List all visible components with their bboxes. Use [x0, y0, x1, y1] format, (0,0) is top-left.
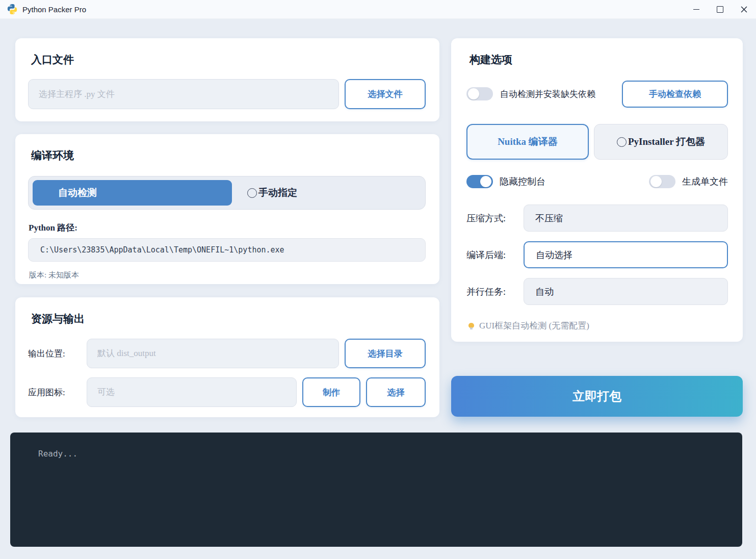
backend-select[interactable]: 自动选择: [524, 241, 728, 268]
auto-detect-label: 自动检测: [58, 186, 97, 199]
manual-specify-label: 手动指定: [258, 186, 297, 199]
output-card-title: 资源与输出: [31, 312, 426, 326]
choose-file-button[interactable]: 选择文件: [345, 79, 426, 109]
env-card-title: 编译环境: [31, 148, 426, 163]
lightbulb-icon: [468, 323, 474, 329]
compression-value: 不压缩: [535, 212, 563, 224]
backend-label: 编译后端:: [466, 249, 524, 261]
toggle-knob: [650, 176, 662, 187]
pyinstaller-option[interactable]: PyInstaller 打包器: [594, 124, 728, 160]
build-card-title: 构建选项: [470, 53, 728, 67]
maximize-button[interactable]: [708, 0, 732, 18]
nuitka-compiler-option[interactable]: Nuitka 编译器: [466, 124, 589, 160]
python-logo-icon: [7, 4, 18, 15]
entry-file-input[interactable]: [28, 79, 339, 109]
window-title: Python Packer Pro: [22, 5, 86, 14]
entry-file-card: 入口文件 选择文件: [15, 38, 439, 121]
toggle-knob: [468, 88, 479, 99]
output-location-label: 输出位置:: [28, 348, 87, 360]
minimize-button[interactable]: [684, 0, 708, 18]
output-location-input[interactable]: [87, 339, 339, 368]
single-file-toggle[interactable]: [649, 175, 675, 188]
gui-hint-text: GUI框架自动检测 (无需配置): [479, 320, 589, 332]
radio-unselected-icon: [617, 137, 627, 147]
hide-console-label: 隐藏控制台: [500, 175, 545, 188]
jobs-label: 并行任务:: [466, 286, 524, 298]
title-bar: Python Packer Pro: [0, 0, 756, 19]
maximize-icon: [717, 6, 723, 13]
auto-deps-label: 自动检测并安装缺失依赖: [500, 88, 615, 100]
compression-select[interactable]: 不压缩: [524, 205, 728, 232]
auto-detect-segment[interactable]: 自动检测: [33, 180, 232, 206]
backend-value: 自动选择: [536, 249, 572, 261]
single-file-label: 生成单文件: [682, 175, 728, 188]
make-icon-button[interactable]: 制作: [302, 377, 360, 407]
jobs-value: 自动: [535, 286, 554, 298]
app-icon-input[interactable]: [87, 377, 297, 407]
compile-env-card: 编译环境 自动检测 手动指定 Python 路径: C:\Users\23835…: [15, 134, 439, 284]
manual-specify-segment[interactable]: 手动指定: [233, 180, 421, 206]
python-detect-segmented-control: 自动检测 手动指定: [28, 176, 426, 210]
window-controls: [684, 0, 756, 18]
nuitka-label: Nuitka 编译器: [498, 135, 558, 148]
build-options-card: 构建选项 自动检测并安装缺失依赖 手动检查依赖 Nuitka 编译器 PyIns…: [451, 38, 743, 342]
console-text: Ready...: [38, 449, 77, 459]
compression-label: 压缩方式:: [466, 212, 524, 224]
close-icon: [741, 6, 747, 13]
app-window: Python Packer Pro 入口文件 选择文件 编译环境: [0, 0, 756, 559]
console-output[interactable]: Ready...: [10, 433, 742, 547]
minimize-icon: [693, 9, 699, 10]
manual-check-deps-button[interactable]: 手动检查依赖: [622, 81, 728, 108]
pyinstaller-label: PyInstaller 打包器: [628, 135, 705, 148]
python-version-text: 版本: 未知版本: [29, 270, 426, 280]
resources-output-card: 资源与输出 输出位置: 选择目录 应用图标: 制作 选择: [15, 297, 439, 417]
python-path-label: Python 路径:: [29, 222, 426, 234]
select-icon-button[interactable]: 选择: [366, 377, 426, 407]
entry-card-title: 入口文件: [31, 53, 426, 67]
toggle-knob: [480, 176, 491, 187]
choose-directory-button[interactable]: 选择目录: [345, 339, 426, 368]
python-path-value: C:\Users\23835\AppData\Local\Temp\ONEFIL…: [28, 238, 426, 262]
close-button[interactable]: [732, 0, 756, 18]
hide-console-toggle[interactable]: [466, 175, 493, 188]
auto-deps-toggle[interactable]: [466, 87, 493, 100]
app-icon-label: 应用图标:: [28, 387, 87, 398]
radio-unselected-icon: [247, 188, 257, 198]
pack-now-button[interactable]: 立即打包: [451, 376, 743, 417]
jobs-select[interactable]: 自动: [524, 278, 728, 305]
